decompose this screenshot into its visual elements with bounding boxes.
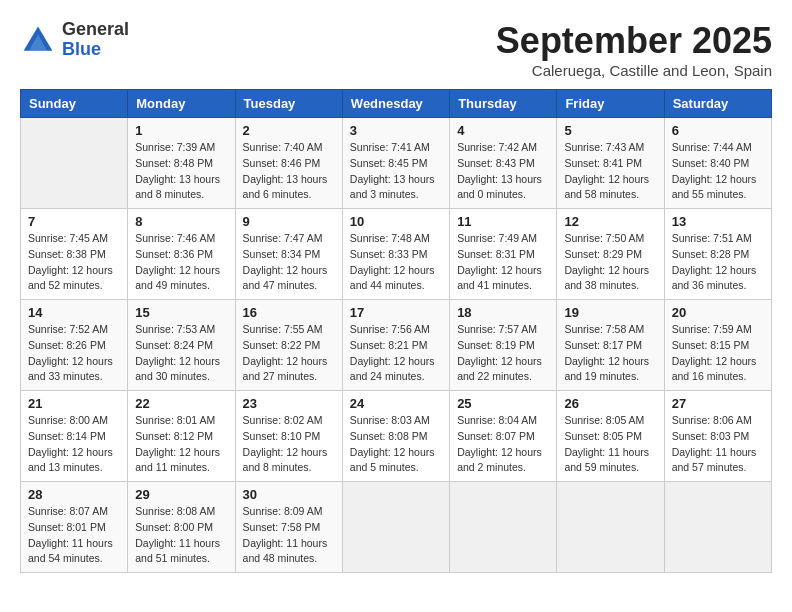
calendar-cell: 21Sunrise: 8:00 AM Sunset: 8:14 PM Dayli… bbox=[21, 391, 128, 482]
day-number: 7 bbox=[28, 214, 120, 229]
calendar-cell bbox=[557, 482, 664, 573]
calendar-cell: 4Sunrise: 7:42 AM Sunset: 8:43 PM Daylig… bbox=[450, 118, 557, 209]
calendar-cell: 19Sunrise: 7:58 AM Sunset: 8:17 PM Dayli… bbox=[557, 300, 664, 391]
day-number: 20 bbox=[672, 305, 764, 320]
calendar-cell: 6Sunrise: 7:44 AM Sunset: 8:40 PM Daylig… bbox=[664, 118, 771, 209]
calendar-week-row: 14Sunrise: 7:52 AM Sunset: 8:26 PM Dayli… bbox=[21, 300, 772, 391]
calendar-cell: 23Sunrise: 8:02 AM Sunset: 8:10 PM Dayli… bbox=[235, 391, 342, 482]
day-info: Sunrise: 7:57 AM Sunset: 8:19 PM Dayligh… bbox=[457, 322, 549, 385]
title-block: September 2025 Caleruega, Castille and L… bbox=[496, 20, 772, 79]
day-info: Sunrise: 7:46 AM Sunset: 8:36 PM Dayligh… bbox=[135, 231, 227, 294]
day-number: 24 bbox=[350, 396, 442, 411]
day-number: 26 bbox=[564, 396, 656, 411]
day-info: Sunrise: 7:51 AM Sunset: 8:28 PM Dayligh… bbox=[672, 231, 764, 294]
calendar-cell: 27Sunrise: 8:06 AM Sunset: 8:03 PM Dayli… bbox=[664, 391, 771, 482]
day-info: Sunrise: 7:53 AM Sunset: 8:24 PM Dayligh… bbox=[135, 322, 227, 385]
day-info: Sunrise: 8:03 AM Sunset: 8:08 PM Dayligh… bbox=[350, 413, 442, 476]
day-info: Sunrise: 8:05 AM Sunset: 8:05 PM Dayligh… bbox=[564, 413, 656, 476]
calendar-cell: 20Sunrise: 7:59 AM Sunset: 8:15 PM Dayli… bbox=[664, 300, 771, 391]
day-info: Sunrise: 8:01 AM Sunset: 8:12 PM Dayligh… bbox=[135, 413, 227, 476]
calendar-cell: 18Sunrise: 7:57 AM Sunset: 8:19 PM Dayli… bbox=[450, 300, 557, 391]
day-number: 2 bbox=[243, 123, 335, 138]
day-info: Sunrise: 7:42 AM Sunset: 8:43 PM Dayligh… bbox=[457, 140, 549, 203]
day-info: Sunrise: 7:48 AM Sunset: 8:33 PM Dayligh… bbox=[350, 231, 442, 294]
location-subtitle: Caleruega, Castille and Leon, Spain bbox=[496, 62, 772, 79]
day-info: Sunrise: 8:06 AM Sunset: 8:03 PM Dayligh… bbox=[672, 413, 764, 476]
day-info: Sunrise: 7:55 AM Sunset: 8:22 PM Dayligh… bbox=[243, 322, 335, 385]
weekday-header: Monday bbox=[128, 90, 235, 118]
month-title: September 2025 bbox=[496, 20, 772, 62]
calendar-cell bbox=[342, 482, 449, 573]
day-info: Sunrise: 7:45 AM Sunset: 8:38 PM Dayligh… bbox=[28, 231, 120, 294]
day-number: 3 bbox=[350, 123, 442, 138]
day-number: 28 bbox=[28, 487, 120, 502]
day-number: 16 bbox=[243, 305, 335, 320]
calendar-cell: 22Sunrise: 8:01 AM Sunset: 8:12 PM Dayli… bbox=[128, 391, 235, 482]
weekday-header-row: SundayMondayTuesdayWednesdayThursdayFrid… bbox=[21, 90, 772, 118]
day-info: Sunrise: 8:07 AM Sunset: 8:01 PM Dayligh… bbox=[28, 504, 120, 567]
day-number: 17 bbox=[350, 305, 442, 320]
day-info: Sunrise: 8:08 AM Sunset: 8:00 PM Dayligh… bbox=[135, 504, 227, 567]
weekday-header: Friday bbox=[557, 90, 664, 118]
calendar-cell: 12Sunrise: 7:50 AM Sunset: 8:29 PM Dayli… bbox=[557, 209, 664, 300]
calendar-cell: 30Sunrise: 8:09 AM Sunset: 7:58 PM Dayli… bbox=[235, 482, 342, 573]
day-number: 6 bbox=[672, 123, 764, 138]
day-number: 27 bbox=[672, 396, 764, 411]
day-info: Sunrise: 7:49 AM Sunset: 8:31 PM Dayligh… bbox=[457, 231, 549, 294]
calendar-week-row: 7Sunrise: 7:45 AM Sunset: 8:38 PM Daylig… bbox=[21, 209, 772, 300]
day-number: 10 bbox=[350, 214, 442, 229]
day-number: 18 bbox=[457, 305, 549, 320]
calendar-cell bbox=[21, 118, 128, 209]
calendar-cell bbox=[450, 482, 557, 573]
logo: General Blue bbox=[20, 20, 129, 60]
calendar-week-row: 1Sunrise: 7:39 AM Sunset: 8:48 PM Daylig… bbox=[21, 118, 772, 209]
day-number: 22 bbox=[135, 396, 227, 411]
day-number: 4 bbox=[457, 123, 549, 138]
calendar-cell: 10Sunrise: 7:48 AM Sunset: 8:33 PM Dayli… bbox=[342, 209, 449, 300]
day-number: 1 bbox=[135, 123, 227, 138]
calendar-cell: 13Sunrise: 7:51 AM Sunset: 8:28 PM Dayli… bbox=[664, 209, 771, 300]
calendar-cell: 9Sunrise: 7:47 AM Sunset: 8:34 PM Daylig… bbox=[235, 209, 342, 300]
day-number: 15 bbox=[135, 305, 227, 320]
day-info: Sunrise: 7:59 AM Sunset: 8:15 PM Dayligh… bbox=[672, 322, 764, 385]
calendar-cell: 14Sunrise: 7:52 AM Sunset: 8:26 PM Dayli… bbox=[21, 300, 128, 391]
calendar-week-row: 28Sunrise: 8:07 AM Sunset: 8:01 PM Dayli… bbox=[21, 482, 772, 573]
day-info: Sunrise: 7:43 AM Sunset: 8:41 PM Dayligh… bbox=[564, 140, 656, 203]
calendar-cell: 28Sunrise: 8:07 AM Sunset: 8:01 PM Dayli… bbox=[21, 482, 128, 573]
day-number: 11 bbox=[457, 214, 549, 229]
day-number: 5 bbox=[564, 123, 656, 138]
calendar-cell: 5Sunrise: 7:43 AM Sunset: 8:41 PM Daylig… bbox=[557, 118, 664, 209]
weekday-header: Wednesday bbox=[342, 90, 449, 118]
calendar-cell: 8Sunrise: 7:46 AM Sunset: 8:36 PM Daylig… bbox=[128, 209, 235, 300]
day-number: 19 bbox=[564, 305, 656, 320]
day-info: Sunrise: 7:40 AM Sunset: 8:46 PM Dayligh… bbox=[243, 140, 335, 203]
logo-text: General Blue bbox=[62, 20, 129, 60]
day-info: Sunrise: 7:58 AM Sunset: 8:17 PM Dayligh… bbox=[564, 322, 656, 385]
day-info: Sunrise: 8:02 AM Sunset: 8:10 PM Dayligh… bbox=[243, 413, 335, 476]
day-info: Sunrise: 8:09 AM Sunset: 7:58 PM Dayligh… bbox=[243, 504, 335, 567]
logo-icon bbox=[20, 22, 56, 58]
day-info: Sunrise: 7:44 AM Sunset: 8:40 PM Dayligh… bbox=[672, 140, 764, 203]
day-info: Sunrise: 7:41 AM Sunset: 8:45 PM Dayligh… bbox=[350, 140, 442, 203]
day-info: Sunrise: 7:47 AM Sunset: 8:34 PM Dayligh… bbox=[243, 231, 335, 294]
day-number: 13 bbox=[672, 214, 764, 229]
calendar-cell: 25Sunrise: 8:04 AM Sunset: 8:07 PM Dayli… bbox=[450, 391, 557, 482]
day-info: Sunrise: 7:50 AM Sunset: 8:29 PM Dayligh… bbox=[564, 231, 656, 294]
calendar-cell: 2Sunrise: 7:40 AM Sunset: 8:46 PM Daylig… bbox=[235, 118, 342, 209]
day-number: 30 bbox=[243, 487, 335, 502]
day-info: Sunrise: 8:04 AM Sunset: 8:07 PM Dayligh… bbox=[457, 413, 549, 476]
day-number: 8 bbox=[135, 214, 227, 229]
calendar-table: SundayMondayTuesdayWednesdayThursdayFrid… bbox=[20, 89, 772, 573]
weekday-header: Saturday bbox=[664, 90, 771, 118]
day-number: 12 bbox=[564, 214, 656, 229]
calendar-cell: 16Sunrise: 7:55 AM Sunset: 8:22 PM Dayli… bbox=[235, 300, 342, 391]
calendar-cell: 17Sunrise: 7:56 AM Sunset: 8:21 PM Dayli… bbox=[342, 300, 449, 391]
day-number: 14 bbox=[28, 305, 120, 320]
weekday-header: Thursday bbox=[450, 90, 557, 118]
day-number: 25 bbox=[457, 396, 549, 411]
day-info: Sunrise: 7:39 AM Sunset: 8:48 PM Dayligh… bbox=[135, 140, 227, 203]
calendar-cell: 26Sunrise: 8:05 AM Sunset: 8:05 PM Dayli… bbox=[557, 391, 664, 482]
day-info: Sunrise: 7:56 AM Sunset: 8:21 PM Dayligh… bbox=[350, 322, 442, 385]
calendar-cell: 11Sunrise: 7:49 AM Sunset: 8:31 PM Dayli… bbox=[450, 209, 557, 300]
day-number: 23 bbox=[243, 396, 335, 411]
